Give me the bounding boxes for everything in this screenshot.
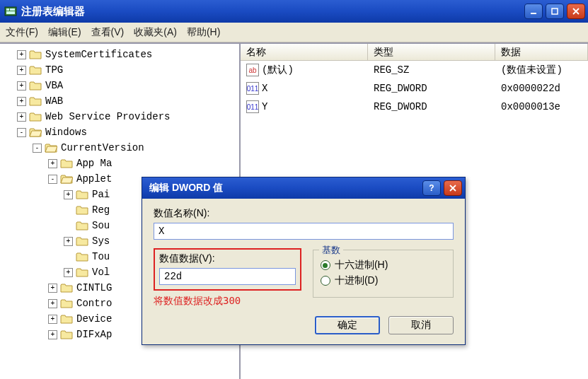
collapse-icon[interactable]: - bbox=[17, 128, 26, 137]
tree-item-label: Pai bbox=[92, 187, 110, 202]
value-name: (默认) bbox=[262, 64, 294, 76]
value-data: 0x0000013e bbox=[498, 101, 585, 112]
tree-item[interactable]: + Web Service Providers bbox=[1, 109, 238, 124]
radio-hex-label: 十六进制(H) bbox=[335, 259, 388, 272]
edit-dword-dialog: 编辑 DWORD 值 ? 数值名称(N): 数值数据(V): 将数值数据改成30… bbox=[142, 177, 466, 345]
folder-icon bbox=[29, 96, 42, 106]
svg-rect-3 bbox=[6, 11, 15, 14]
folder-icon bbox=[29, 49, 42, 59]
expand-icon[interactable]: + bbox=[17, 97, 26, 106]
base-groupbox: 基数 十六进制(H) 十进制(D) bbox=[313, 250, 454, 298]
tree-joint bbox=[64, 206, 73, 215]
tree-item[interactable]: + SystemCertificates bbox=[1, 47, 238, 62]
name-input[interactable] bbox=[154, 223, 454, 240]
expand-icon[interactable]: + bbox=[64, 268, 73, 277]
expand-icon[interactable]: + bbox=[48, 330, 57, 339]
svg-rect-1 bbox=[6, 8, 9, 11]
svg-rect-5 bbox=[552, 8, 558, 14]
ok-button[interactable]: 确定 bbox=[315, 316, 380, 334]
tree-item[interactable]: + App Ma bbox=[1, 156, 238, 171]
svg-rect-2 bbox=[10, 8, 15, 11]
tree-item[interactable]: + WAB bbox=[1, 93, 238, 109]
base-legend: 基数 bbox=[319, 244, 343, 257]
tree-item-label: WAB bbox=[45, 93, 63, 109]
folder-icon bbox=[76, 252, 88, 262]
dialog-titlebar: 编辑 DWORD 值 ? bbox=[142, 177, 465, 199]
folder-icon bbox=[60, 298, 73, 308]
tree-item[interactable]: - Windows bbox=[1, 124, 238, 140]
folder-icon bbox=[60, 283, 73, 293]
collapse-icon[interactable]: - bbox=[48, 175, 57, 184]
data-input[interactable] bbox=[159, 268, 296, 285]
binary-value-icon: 011 bbox=[246, 100, 259, 113]
tree-item[interactable]: + VBA bbox=[1, 78, 238, 93]
expand-icon[interactable]: + bbox=[17, 66, 26, 75]
radio-hex[interactable]: 十六进制(H) bbox=[321, 259, 446, 272]
collapse-icon[interactable]: - bbox=[33, 144, 42, 153]
menu-edit[interactable]: 编辑(E) bbox=[48, 26, 81, 39]
list-row[interactable]: 011YREG_DWORD0x0000013e bbox=[241, 98, 588, 116]
value-type: REG_SZ bbox=[371, 64, 498, 76]
value-type: REG_DWORD bbox=[371, 83, 498, 94]
tree-item-label: Sou bbox=[92, 218, 110, 233]
tree-item-label: TPG bbox=[45, 62, 63, 78]
menu-favorites[interactable]: 收藏夹(A) bbox=[134, 26, 177, 39]
tree-item-label: CINTLG bbox=[76, 280, 112, 296]
value-name: Y bbox=[262, 101, 267, 112]
tree-item-label: Tou bbox=[92, 249, 110, 264]
expand-icon[interactable]: + bbox=[17, 81, 26, 91]
value-data: (数值未设置) bbox=[498, 64, 585, 76]
radio-dec[interactable]: 十进制(D) bbox=[321, 274, 446, 287]
col-header-name[interactable]: 名称 bbox=[241, 44, 368, 60]
tree-joint bbox=[64, 252, 73, 262]
data-field-label: 数值数据(V): bbox=[159, 252, 296, 265]
menu-view[interactable]: 查看(V) bbox=[91, 26, 125, 39]
string-value-icon: ab bbox=[246, 64, 259, 76]
tree-item-label: App Ma bbox=[76, 156, 112, 171]
folder-open-icon bbox=[60, 174, 73, 184]
col-header-data[interactable]: 数据 bbox=[495, 44, 588, 60]
folder-icon bbox=[76, 190, 88, 199]
expand-icon[interactable]: + bbox=[48, 315, 57, 324]
value-data: 0x0000022d bbox=[498, 83, 585, 94]
expand-icon[interactable]: + bbox=[64, 190, 73, 199]
tree-item-label: DIFxAp bbox=[76, 327, 112, 342]
expand-icon[interactable]: + bbox=[17, 112, 26, 122]
tree-item-label: Contro bbox=[76, 296, 112, 311]
expand-icon[interactable]: + bbox=[48, 159, 57, 168]
radio-dec-indicator bbox=[321, 276, 330, 286]
minimize-button[interactable] bbox=[524, 4, 543, 19]
tree-joint bbox=[64, 221, 73, 231]
tree-item-label: Web Service Providers bbox=[45, 109, 170, 124]
menubar: 文件(F) 编辑(E) 查看(V) 收藏夹(A) 帮助(H) bbox=[0, 23, 588, 42]
list-row[interactable]: ab(默认)REG_SZ(数值未设置) bbox=[241, 61, 588, 79]
tree-item-label: Reg bbox=[92, 202, 110, 218]
tree-item-label: VBA bbox=[45, 78, 63, 93]
dialog-close-button[interactable] bbox=[444, 180, 462, 196]
menu-help[interactable]: 帮助(H) bbox=[187, 26, 220, 39]
tree-item[interactable]: - CurrentVersion bbox=[1, 140, 238, 156]
folder-open-icon bbox=[45, 143, 57, 153]
folder-icon bbox=[60, 330, 73, 339]
main-titlebar: 注册表编辑器 bbox=[0, 0, 588, 23]
expand-icon[interactable]: + bbox=[48, 284, 57, 293]
name-field-label: 数值名称(N): bbox=[154, 207, 454, 220]
cancel-button[interactable]: 取消 bbox=[388, 316, 454, 334]
folder-icon bbox=[76, 221, 88, 231]
highlight-box: 数值数据(V): bbox=[154, 248, 301, 291]
expand-icon[interactable]: + bbox=[64, 237, 73, 246]
col-header-type[interactable]: 类型 bbox=[368, 44, 495, 60]
expand-icon[interactable]: + bbox=[48, 299, 57, 308]
expand-icon[interactable]: + bbox=[17, 50, 26, 59]
dialog-help-button[interactable]: ? bbox=[422, 180, 441, 196]
close-button[interactable] bbox=[567, 4, 585, 19]
tree-item[interactable]: + TPG bbox=[1, 62, 238, 78]
folder-icon bbox=[76, 205, 88, 215]
tree-item-label: Device bbox=[76, 311, 112, 327]
list-row[interactable]: 011XREG_DWORD0x0000022d bbox=[241, 79, 588, 98]
menu-file[interactable]: 文件(F) bbox=[6, 26, 38, 39]
window-title: 注册表编辑器 bbox=[21, 5, 524, 18]
maximize-button[interactable] bbox=[546, 4, 564, 19]
tree-item-label: Vol bbox=[92, 264, 110, 280]
folder-icon bbox=[76, 267, 88, 277]
